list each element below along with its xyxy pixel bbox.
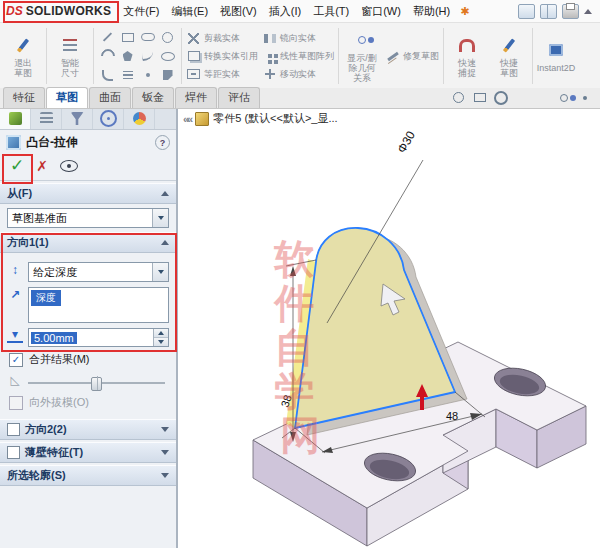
tab-weldments[interactable]: 焊件 [175, 87, 217, 108]
chevrons-left-icon[interactable]: «« [183, 113, 191, 125]
sketch-entity-tools [96, 23, 179, 89]
preview-eye-icon[interactable] [60, 160, 78, 172]
exit-sketch-button[interactable]: 退出 草图 [2, 23, 44, 89]
graphics-viewport[interactable]: «« 零件5 (默认<<默认>_显... [178, 108, 600, 548]
merge-result-label: 合并结果(M) [29, 352, 90, 367]
quick-snaps-button[interactable]: 快速 捕捉 [446, 23, 488, 89]
reverse-direction-icon[interactable]: ↕ [7, 262, 23, 278]
sketch-spline-icon[interactable] [138, 47, 157, 65]
dimension-width-text[interactable]: 48 [446, 410, 458, 422]
thin-feature-checkbox[interactable] [7, 446, 20, 459]
hide-show-items-icon[interactable] [556, 90, 571, 105]
sketch-ellipse-icon[interactable] [158, 47, 177, 65]
sketch-rectangle-icon[interactable] [118, 28, 137, 46]
tab-sheet-metal[interactable]: 钣金 [132, 87, 174, 108]
end-condition-dropdown[interactable]: 给定深度 [28, 262, 169, 282]
from-section-header[interactable]: 从(F) [0, 183, 176, 204]
collapse-menu-icon[interactable] [584, 9, 592, 14]
display-relations-icon [351, 29, 373, 51]
menu-window[interactable]: 窗口(W) [355, 1, 407, 22]
direction2-checkbox[interactable] [7, 423, 20, 436]
tab-features[interactable]: 特征 [3, 87, 45, 108]
draft-outward-checkbox[interactable] [9, 396, 23, 410]
filter-tab[interactable] [62, 108, 93, 129]
offset-entities-button[interactable]: 等距实体 [186, 67, 258, 82]
menu-view[interactable]: 视图(V) [214, 1, 263, 22]
appearances-tab[interactable] [124, 108, 155, 129]
thin-feature-section-header[interactable]: 薄壁特征(T) [0, 442, 176, 463]
dropdown-arrow-button[interactable] [152, 209, 168, 227]
cancel-button[interactable]: ✗ [36, 159, 48, 173]
viewport-header: «« 零件5 (默认<<默认>_显... [183, 111, 338, 126]
draft-angle-icon[interactable]: ◺ [7, 372, 23, 388]
repair-sketch-button[interactable]: 修复草图 [385, 49, 439, 64]
sketch-slot-icon[interactable] [138, 28, 157, 46]
tab-evaluate[interactable]: 评估 [218, 87, 260, 108]
property-manager-tab[interactable] [0, 108, 31, 129]
mirror-entities-button[interactable]: 镜向实体 [262, 31, 334, 46]
rapid-sketch-label-2: 草图 [500, 68, 518, 78]
feature-title-row: 凸台-拉伸 ? [0, 130, 176, 154]
window-layout-icon[interactable] [518, 4, 535, 19]
dimension-diameter-text[interactable]: Φ30 [394, 128, 418, 155]
direction1-header-label: 方向1(1) [7, 235, 49, 250]
instant2d-button[interactable]: Instant2D [535, 23, 577, 89]
sketch-polygon-icon[interactable] [118, 47, 137, 65]
resources-star-icon[interactable]: ✱ [456, 5, 473, 18]
menu-edit[interactable]: 编辑(E) [165, 1, 214, 22]
help-icon[interactable]: ? [155, 135, 170, 150]
spin-up-button[interactable] [154, 329, 168, 337]
ok-button[interactable]: ✓ [10, 159, 24, 173]
ribbon-separator [443, 28, 444, 84]
menu-help[interactable]: 帮助(H) [407, 1, 456, 22]
tab-surfaces[interactable]: 曲面 [89, 87, 131, 108]
dimxpert-tab[interactable] [93, 108, 124, 129]
view-settings-icon[interactable] [577, 90, 592, 105]
slider-knob[interactable] [91, 377, 102, 391]
menu-insert[interactable]: 插入(I) [263, 1, 307, 22]
sketch-line-icon[interactable] [98, 28, 117, 46]
direction2-section-header[interactable]: 方向2(2) [0, 419, 176, 440]
previous-view-icon[interactable] [493, 90, 508, 105]
sketch-circle-icon[interactable] [158, 28, 177, 46]
dropdown-arrow-button[interactable] [152, 263, 168, 281]
selected-contours-section-header[interactable]: 所选轮廓(S) [0, 465, 176, 486]
sketch-text-icon[interactable] [118, 66, 137, 84]
smart-dimension-button[interactable]: 智能 尺寸 [49, 23, 91, 89]
menu-tools[interactable]: 工具(T) [307, 1, 355, 22]
sketch-chamfer-icon[interactable] [158, 66, 177, 84]
depth-value[interactable]: 5.00mm [31, 332, 77, 344]
draft-slider[interactable] [28, 376, 165, 390]
sketch-point-icon[interactable] [138, 66, 157, 84]
zoom-area-icon[interactable] [472, 90, 487, 105]
model-canvas[interactable]: Φ30 38 48 软 件 自 学 [178, 108, 600, 548]
sketch-fillet-icon[interactable] [98, 66, 117, 84]
from-header-label: 从(F) [7, 186, 32, 201]
move-entities-button[interactable]: 移动实体 [262, 67, 334, 82]
merge-result-checkbox[interactable]: ✓ [9, 353, 23, 367]
smart-dimension-label-1: 智能 [61, 58, 79, 68]
print-icon[interactable] [562, 4, 579, 19]
smart-dimension-label-2: 尺寸 [61, 68, 79, 78]
display-style-icon[interactable] [535, 90, 550, 105]
section-view-icon[interactable] [514, 90, 529, 105]
quick-snaps-label-2: 捕捉 [458, 68, 476, 78]
linear-pattern-button[interactable]: 线性草图阵列 [262, 49, 334, 64]
convert-entities-button[interactable]: 转换实体引用 [186, 49, 258, 64]
display-relations-button[interactable]: 显示/删 除几何 关系 [341, 23, 383, 89]
rapid-sketch-button[interactable]: 快捷 草图 [488, 23, 530, 89]
spin-down-button[interactable] [154, 337, 168, 346]
tab-sketch[interactable]: 草图 [46, 87, 88, 108]
zoom-fit-icon[interactable] [451, 90, 466, 105]
extrude-direction-icon[interactable]: ↗ [7, 287, 23, 303]
trim-entities-button[interactable]: 剪裁实体 [186, 31, 258, 46]
panels-icon[interactable] [540, 4, 557, 19]
menu-file[interactable]: 文件(F) [117, 1, 165, 22]
feature-tree-tab[interactable] [31, 108, 62, 129]
sketch-arc-icon[interactable] [98, 47, 117, 65]
filter-icon [71, 112, 84, 125]
direction1-section-header[interactable]: 方向1(1) [0, 232, 176, 253]
depth-spinner[interactable]: 5.00mm [28, 328, 169, 347]
start-condition-dropdown[interactable]: 草图基准面 [7, 208, 169, 228]
direction-selection-box[interactable]: 深度 [28, 287, 169, 323]
